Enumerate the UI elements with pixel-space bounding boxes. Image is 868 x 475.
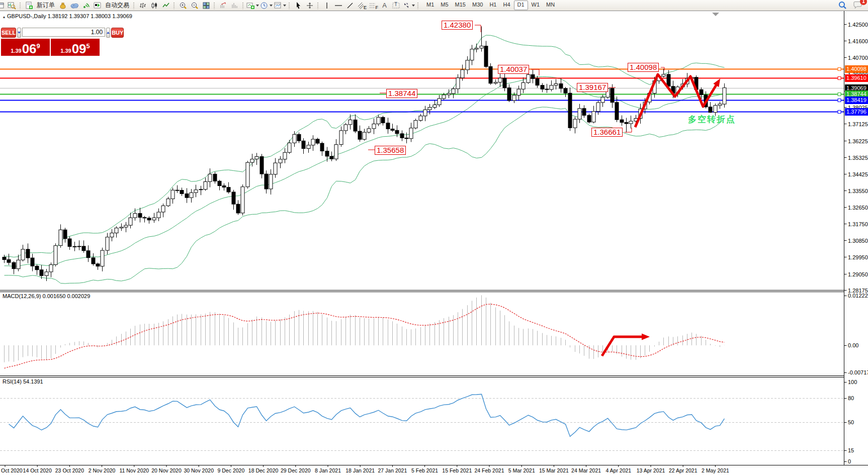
svg-text:9 Dec 2020: 9 Dec 2020 <box>218 467 245 473</box>
svg-text:1.33550: 1.33550 <box>848 188 868 194</box>
indicator-window-icon[interactable] <box>229 1 240 10</box>
rsi-indicator-label: RSI(14) 54.1391 <box>3 378 43 385</box>
toolbar: 新订单 自动交易 <box>0 0 868 11</box>
price-label-1.38419[interactable]: 1.38419 <box>845 97 868 104</box>
annotation-box-1.38744[interactable]: 1.38744 <box>386 89 417 98</box>
autotrading-label[interactable]: 自动交易 <box>104 1 131 10</box>
zoom-in-icon[interactable] <box>178 1 188 10</box>
svg-text:1.40700: 1.40700 <box>848 55 868 61</box>
new-order-label[interactable]: 新订单 <box>35 1 56 10</box>
timeframe-m1[interactable]: M1 <box>423 1 437 9</box>
svg-text:0.00: 0.00 <box>848 342 858 348</box>
timeframe-m15[interactable]: M15 <box>452 1 469 9</box>
horizontal-line-icon[interactable] <box>333 1 343 10</box>
svg-text:1.32650: 1.32650 <box>848 205 868 211</box>
indicator-list-icon[interactable] <box>218 1 228 10</box>
svg-text:22 Apr 2021: 22 Apr 2021 <box>669 467 698 473</box>
tile-windows-icon[interactable] <box>201 1 211 10</box>
annotation-box-1.35658[interactable]: 1.35658 <box>375 146 406 155</box>
svg-text:50: 50 <box>848 419 854 425</box>
svg-text:23 Oct 2020: 23 Oct 2020 <box>55 467 84 473</box>
timeframe-h4[interactable]: H4 <box>500 1 513 9</box>
timeframe-h1[interactable]: H1 <box>486 1 499 9</box>
svg-text:29 Dec 2020: 29 Dec 2020 <box>281 467 311 473</box>
svg-text:5 Mar 2021: 5 Mar 2021 <box>508 467 535 473</box>
deposit-icon[interactable] <box>57 1 68 10</box>
svg-text:1.35325: 1.35325 <box>848 155 868 161</box>
fibonacci-icon[interactable]: F <box>368 1 378 10</box>
new-chart-icon[interactable] <box>246 1 259 10</box>
sell-button[interactable]: SELL <box>1 28 16 38</box>
chart-canvas[interactable]: 1.425001.416001.407001.398001.389001.380… <box>0 0 868 475</box>
sell-price[interactable]: 1.39069 <box>1 39 51 56</box>
svg-text:24 Mar 2021: 24 Mar 2021 <box>571 467 601 473</box>
svg-text:5 Feb 2021: 5 Feb 2021 <box>411 467 438 473</box>
bar-chart-icon[interactable] <box>137 1 148 10</box>
svg-text:24 Feb 2021: 24 Feb 2021 <box>475 467 504 473</box>
signals-icon[interactable] <box>80 1 91 10</box>
svg-text:13 Apr 2021: 13 Apr 2021 <box>637 467 665 473</box>
price-label-1.40098[interactable]: 1.40098 <box>845 65 868 73</box>
volume-input[interactable] <box>22 28 105 37</box>
price-label-1.37796[interactable]: 1.37796 <box>845 108 868 116</box>
equidistant-channel-icon[interactable]: E <box>356 1 367 10</box>
svg-text:18 Dec 2020: 18 Dec 2020 <box>248 467 279 473</box>
svg-text:0: 0 <box>848 458 851 464</box>
turning-point-note[interactable]: 多空转折点 <box>688 114 736 125</box>
annotation-box-1.42380[interactable]: 1.42380 <box>442 21 473 30</box>
svg-text:1.31750: 1.31750 <box>848 221 868 227</box>
arrows-icon[interactable] <box>402 1 415 10</box>
text-icon[interactable]: A <box>379 1 390 10</box>
timeframe-d1[interactable]: D1 <box>514 1 528 10</box>
buy-button[interactable]: BUY <box>111 28 124 38</box>
annotation-box-1.40098[interactable]: 1.40098 <box>628 63 659 72</box>
timeframe-m30[interactable]: M30 <box>469 1 486 9</box>
search-icon[interactable] <box>837 1 847 10</box>
periodicity-icon[interactable] <box>260 1 273 10</box>
annotation-box-1.39167[interactable]: 1.39167 <box>577 83 608 92</box>
zoom-out-icon[interactable] <box>189 1 200 10</box>
svg-text:80: 80 <box>848 395 854 401</box>
mt4-window: 新订单 自动交易 <box>0 0 868 475</box>
annotation-box-1.36661[interactable]: 1.36661 <box>591 128 623 137</box>
chart-collapse-icon[interactable]: ▴ <box>3 15 5 19</box>
cursor-icon[interactable] <box>293 1 303 10</box>
text-label-icon[interactable]: T <box>391 1 401 10</box>
notification-badge: 1 <box>860 0 867 5</box>
vertical-line-icon[interactable] <box>321 1 332 10</box>
svg-text:100: 100 <box>848 379 857 385</box>
autotrading-icon[interactable] <box>92 1 103 10</box>
trendline-icon[interactable] <box>344 1 355 10</box>
svg-text:18 Jan 2021: 18 Jan 2021 <box>345 467 375 473</box>
new-order-icon[interactable] <box>24 1 34 10</box>
timeframe-mn[interactable]: MN <box>543 1 558 9</box>
candlestick-chart-icon[interactable] <box>149 1 159 10</box>
webterminal-icon[interactable] <box>69 1 79 10</box>
svg-text:4 Apr 2021: 4 Apr 2021 <box>605 467 631 473</box>
template-icon[interactable] <box>274 1 286 10</box>
svg-text:-0.007173: -0.007173 <box>848 369 868 375</box>
timeframe-m5[interactable]: M5 <box>438 1 451 9</box>
svg-text:1.41600: 1.41600 <box>848 38 868 44</box>
window-icon[interactable] <box>0 1 6 10</box>
macd-indicator-label: MACD(12,26,9) 0.001650 0.002029 <box>3 293 90 299</box>
svg-text:Oct 2020: Oct 2020 <box>1 467 23 473</box>
price-label-1.3961[interactable]: 1.39610 <box>845 74 868 82</box>
svg-text:0.01222: 0.01222 <box>848 293 868 299</box>
chart-info-line: ▴GBPUSD-,Daily 1.38192 1.39307 1.38003 1… <box>3 13 132 19</box>
svg-text:20 Nov 2020: 20 Nov 2020 <box>151 467 182 473</box>
annotation-box-1.40037[interactable]: 1.40037 <box>498 65 529 74</box>
svg-text:15 Feb 2021: 15 Feb 2021 <box>442 467 472 473</box>
buy-price[interactable]: 1.39095 <box>51 39 100 56</box>
notifications-chat-icon[interactable]: 1 <box>852 1 863 10</box>
crosshair-icon[interactable] <box>304 1 315 10</box>
volume-decrease-button[interactable] <box>17 28 21 38</box>
chart-preview-icon[interactable] <box>7 1 17 10</box>
volume-increase-button[interactable] <box>106 28 110 38</box>
svg-text:8 Jan 2021: 8 Jan 2021 <box>315 467 341 473</box>
svg-text:30 Nov 2020: 30 Nov 2020 <box>184 467 214 473</box>
svg-text:1.34425: 1.34425 <box>848 171 868 177</box>
timeframe-w1[interactable]: W1 <box>529 1 543 9</box>
svg-text:27 Jan 2021: 27 Jan 2021 <box>378 467 407 473</box>
line-chart-icon[interactable] <box>160 1 171 10</box>
